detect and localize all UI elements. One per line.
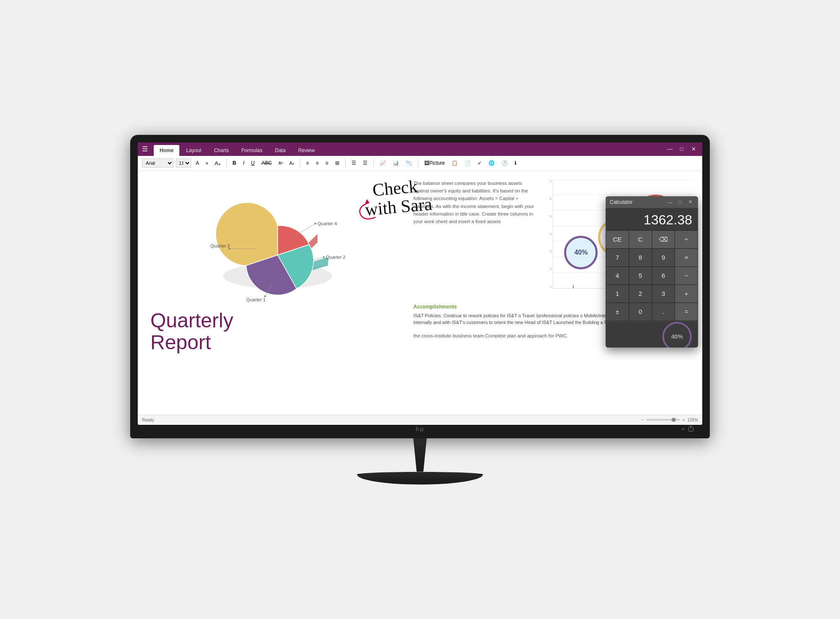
decrease-font-button[interactable]: a xyxy=(204,158,210,168)
calc-bubble-40: 40% xyxy=(662,322,692,348)
status-bar: Ready − + 125% xyxy=(138,415,702,425)
web-button[interactable]: 🌐 xyxy=(486,158,497,168)
underline-button[interactable]: U xyxy=(249,158,257,168)
calc-2-button[interactable]: 2 xyxy=(629,285,652,303)
calculator-widget[interactable]: Calculator — □ ✕ 1362.38 CE C ⌫ ÷ xyxy=(606,196,698,348)
monitor-body: ☰ Home Layout Charts Formulas Data Revie… xyxy=(130,135,710,438)
ready-status: Ready xyxy=(142,418,154,422)
ribbon-tabs: Home Layout Charts Formulas Data Review xyxy=(154,142,320,156)
menu-icon[interactable]: ☰ xyxy=(142,145,148,153)
clock-button[interactable]: 🕐 xyxy=(499,158,510,168)
calc-backspace-button[interactable]: ⌫ xyxy=(652,231,675,248)
calculator-titlebar: Calculator — □ ✕ xyxy=(606,196,698,208)
font-name-select[interactable]: Arial xyxy=(142,158,173,168)
calc-close-button[interactable]: ✕ xyxy=(686,199,694,205)
y-label-6: 6 xyxy=(550,197,552,201)
quarterly-report-section: QuarterlyReport xyxy=(146,310,405,358)
font-size-select[interactable]: 11 xyxy=(176,158,191,168)
zoom-thumb xyxy=(672,418,676,422)
calc-c-button[interactable]: C xyxy=(629,231,652,248)
calculator-window-controls: — □ ✕ xyxy=(666,199,694,205)
info-button[interactable]: ℹ xyxy=(512,158,519,168)
calc-1-button[interactable]: 1 xyxy=(606,285,629,303)
calc-8-button[interactable]: 8 xyxy=(629,249,652,266)
close-button[interactable]: ✕ xyxy=(689,145,698,154)
y-label-4: 4 xyxy=(550,232,552,236)
svg-text:Quarter 4: Quarter 4 xyxy=(318,221,337,226)
bold-button[interactable]: B xyxy=(231,158,239,168)
calc-minimize-button[interactable]: — xyxy=(666,199,674,205)
strikethrough-button[interactable]: ABC xyxy=(259,158,274,168)
zoom-slider[interactable] xyxy=(646,419,680,421)
separator-2 xyxy=(300,159,300,167)
tab-data[interactable]: Data xyxy=(269,145,291,156)
align-center-button[interactable]: ≡ xyxy=(314,158,321,168)
separator-1 xyxy=(226,159,227,167)
calc-maximize-button[interactable]: □ xyxy=(676,199,684,205)
chart-combo-button[interactable]: 📉 xyxy=(404,158,414,168)
svg-text:Quarter 1: Quarter 1 xyxy=(246,297,265,302)
quarterly-report-title: QuarterlyReport xyxy=(150,310,405,354)
tab-home[interactable]: Home xyxy=(154,145,179,156)
checkmark-button[interactable]: ✓ xyxy=(475,158,484,168)
calc-9-button[interactable]: 9 xyxy=(652,249,675,266)
monitor-base xyxy=(357,472,483,485)
calc-minus-button[interactable]: − xyxy=(675,267,698,284)
align-left-button[interactable]: ≡ xyxy=(304,158,311,168)
monitor-neck xyxy=(403,438,437,472)
calculator-display: 1362.38 xyxy=(606,208,698,230)
calc-3-button[interactable]: 3 xyxy=(652,285,675,303)
tab-charts[interactable]: Charts xyxy=(208,145,234,156)
picture-button[interactable]: 🖼 Picture xyxy=(422,158,447,168)
left-column: Quarter 4 Quarter 3 Quarter 2 xyxy=(146,179,405,406)
tab-formulas[interactable]: Formulas xyxy=(236,145,268,156)
calc-decimal-button[interactable]: . xyxy=(652,303,675,321)
superscript-button[interactable]: A² xyxy=(276,158,285,168)
monitor-bottom-bar: hp xyxy=(138,425,702,433)
zoom-minus-button[interactable]: − xyxy=(641,418,644,422)
tab-layout[interactable]: Layout xyxy=(180,145,207,156)
increase-font-button[interactable]: A xyxy=(194,158,201,168)
calc-7-button[interactable]: 7 xyxy=(606,249,629,266)
screen: ☰ Home Layout Charts Formulas Data Revie… xyxy=(138,142,702,425)
svg-point-11 xyxy=(323,256,325,258)
separator-3 xyxy=(345,159,346,167)
italic-button[interactable]: I xyxy=(241,158,246,168)
maximize-button[interactable]: □ xyxy=(677,145,686,154)
picture-label: Picture xyxy=(429,160,445,166)
hp-logo: hp xyxy=(415,426,424,432)
title-bar: ☰ Home Layout Charts Formulas Data Revie… xyxy=(138,142,702,156)
calc-divide-button[interactable]: ÷ xyxy=(675,231,698,248)
calculator-buttons: CE C ⌫ ÷ 7 8 9 × 4 5 6 − xyxy=(606,230,698,321)
calc-plus-button[interactable]: + xyxy=(675,285,698,303)
indent-button[interactable]: ☰ xyxy=(361,158,370,168)
calc-4-button[interactable]: 4 xyxy=(606,267,629,284)
align-justify-button[interactable]: ⊞ xyxy=(333,158,341,168)
calc-equals-button[interactable]: = xyxy=(675,303,698,321)
separator-5 xyxy=(418,159,418,167)
monitor: ☰ Home Layout Charts Formulas Data Revie… xyxy=(130,135,710,485)
font-size-up-button[interactable]: Aₐ xyxy=(213,158,223,168)
separator-4 xyxy=(373,159,374,167)
paste-button[interactable]: 📄 xyxy=(462,158,473,168)
copy-button[interactable]: 📋 xyxy=(449,158,460,168)
chart-line-button[interactable]: 📈 xyxy=(378,158,388,168)
calc-plusminus-button[interactable]: ± xyxy=(606,303,629,321)
list-button[interactable]: ☰ xyxy=(349,158,358,168)
formatting-toolbar: Arial 11 A a Aₐ B I U ABC A² A₂ ≡ ≡ ≡ ⊞ xyxy=(138,156,702,171)
subscript-button[interactable]: A₂ xyxy=(287,158,296,168)
monitor-power-button[interactable] xyxy=(688,426,694,432)
svg-text:Quarter 2: Quarter 2 xyxy=(326,255,345,260)
svg-point-5 xyxy=(315,223,316,224)
calc-0-button[interactable]: 0 xyxy=(629,303,652,321)
chart-bar-button[interactable]: 📊 xyxy=(391,158,401,168)
calc-multiply-button[interactable]: × xyxy=(675,249,698,266)
y-label-1: 1 xyxy=(550,284,552,289)
calc-5-button[interactable]: 5 xyxy=(629,267,652,284)
minimize-button[interactable]: — xyxy=(665,145,675,154)
tab-review[interactable]: Review xyxy=(292,145,320,156)
align-right-button[interactable]: ≡ xyxy=(323,158,331,168)
zoom-plus-button[interactable]: + xyxy=(682,418,685,422)
calc-ce-button[interactable]: CE xyxy=(606,231,629,248)
calc-6-button[interactable]: 6 xyxy=(652,267,675,284)
